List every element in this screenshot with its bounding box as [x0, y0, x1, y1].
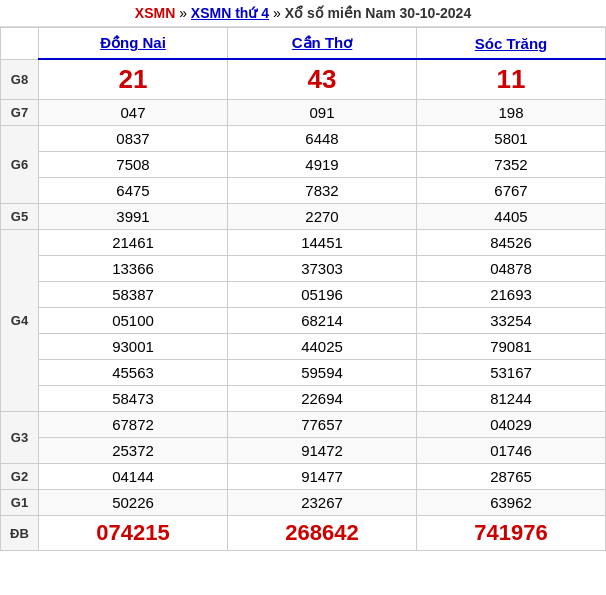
g7-v2: 091 [228, 100, 417, 126]
col-header-soc-trang: Sóc Trăng [417, 28, 606, 60]
g1-v3: 63962 [417, 490, 606, 516]
g5-v3: 4405 [417, 204, 606, 230]
g2-label: G2 [1, 464, 39, 490]
g3-r2-v2: 91472 [228, 438, 417, 464]
g6-row-1: G6 0837 6448 5801 [1, 126, 606, 152]
g3-r1-v3: 04029 [417, 412, 606, 438]
g4-r6-v1: 45563 [39, 360, 228, 386]
g4-r2-v2: 37303 [228, 256, 417, 282]
g6-r3-v2: 7832 [228, 178, 417, 204]
g6-row-2: 7508 4919 7352 [1, 152, 606, 178]
db-v1: 074215 [39, 516, 228, 551]
g4-r4-v2: 68214 [228, 308, 417, 334]
column-headers: Đồng Nai Cần Thơ Sóc Trăng [1, 28, 606, 60]
db-row: ĐB 074215 268642 741976 [1, 516, 606, 551]
g4-row-2: 13366 37303 04878 [1, 256, 606, 282]
g6-r1-v2: 6448 [228, 126, 417, 152]
g4-r5-v2: 44025 [228, 334, 417, 360]
g7-v3: 198 [417, 100, 606, 126]
g3-row-2: 25372 91472 01746 [1, 438, 606, 464]
g6-r1-v1: 0837 [39, 126, 228, 152]
g3-r2-v1: 25372 [39, 438, 228, 464]
main-title: Xổ số miền Nam 30-10-2024 [285, 5, 472, 21]
header-bar: XSMN » XSMN thứ 4 » Xổ số miền Nam 30-10… [0, 0, 606, 27]
g4-label: G4 [1, 230, 39, 412]
g4-r1-v1: 21461 [39, 230, 228, 256]
empty-header [1, 28, 39, 60]
g4-r7-v3: 81244 [417, 386, 606, 412]
g5-label: G5 [1, 204, 39, 230]
g4-row-5: 93001 44025 79081 [1, 334, 606, 360]
g1-label: G1 [1, 490, 39, 516]
g4-r5-v3: 79081 [417, 334, 606, 360]
g4-row-4: 05100 68214 33254 [1, 308, 606, 334]
g4-r3-v3: 21693 [417, 282, 606, 308]
g8-row: G8 21 43 11 [1, 59, 606, 100]
g6-row-3: 6475 7832 6767 [1, 178, 606, 204]
g5-row: G5 3991 2270 4405 [1, 204, 606, 230]
g4-r7-v1: 58473 [39, 386, 228, 412]
g4-row-6: 45563 59594 53167 [1, 360, 606, 386]
lottery-table: Đồng Nai Cần Thơ Sóc Trăng G8 21 43 11 G… [0, 27, 606, 551]
g4-r6-v3: 53167 [417, 360, 606, 386]
g4-r1-v2: 14451 [228, 230, 417, 256]
g4-r4-v1: 05100 [39, 308, 228, 334]
g1-row: G1 50226 23267 63962 [1, 490, 606, 516]
g4-r3-v1: 58387 [39, 282, 228, 308]
g6-r3-v1: 6475 [39, 178, 228, 204]
db-label: ĐB [1, 516, 39, 551]
g4-r6-v2: 59594 [228, 360, 417, 386]
g4-row-3: 58387 05196 21693 [1, 282, 606, 308]
g8-v3: 11 [417, 59, 606, 100]
g4-r4-v3: 33254 [417, 308, 606, 334]
g4-r2-v3: 04878 [417, 256, 606, 282]
g4-r5-v1: 93001 [39, 334, 228, 360]
sep2: » [269, 5, 285, 21]
g6-r2-v3: 7352 [417, 152, 606, 178]
g7-v1: 047 [39, 100, 228, 126]
g5-v1: 3991 [39, 204, 228, 230]
g6-label: G6 [1, 126, 39, 204]
g7-row: G7 047 091 198 [1, 100, 606, 126]
g3-r1-v1: 67872 [39, 412, 228, 438]
sep1: » [175, 5, 191, 21]
g8-v1: 21 [39, 59, 228, 100]
g6-r1-v3: 5801 [417, 126, 606, 152]
g4-r1-v3: 84526 [417, 230, 606, 256]
g4-row-1: G4 21461 14451 84526 [1, 230, 606, 256]
col-header-dong-nai: Đồng Nai [39, 28, 228, 60]
g8-label: G8 [1, 59, 39, 100]
g2-v3: 28765 [417, 464, 606, 490]
thu4-link[interactable]: XSMN thứ 4 [191, 5, 269, 21]
g4-r7-v2: 22694 [228, 386, 417, 412]
brand-link[interactable]: XSMN [135, 5, 175, 21]
g6-r2-v2: 4919 [228, 152, 417, 178]
g3-r1-v2: 77657 [228, 412, 417, 438]
g1-v2: 23267 [228, 490, 417, 516]
g4-r2-v1: 13366 [39, 256, 228, 282]
g4-row-7: 58473 22694 81244 [1, 386, 606, 412]
g2-row: G2 04144 91477 28765 [1, 464, 606, 490]
g6-r2-v1: 7508 [39, 152, 228, 178]
g7-label: G7 [1, 100, 39, 126]
g5-v2: 2270 [228, 204, 417, 230]
g3-r2-v3: 01746 [417, 438, 606, 464]
db-v2: 268642 [228, 516, 417, 551]
g2-v2: 91477 [228, 464, 417, 490]
g3-label: G3 [1, 412, 39, 464]
g4-r3-v2: 05196 [228, 282, 417, 308]
g8-v2: 43 [228, 59, 417, 100]
db-v3: 741976 [417, 516, 606, 551]
g2-v1: 04144 [39, 464, 228, 490]
g1-v1: 50226 [39, 490, 228, 516]
col-header-can-tho: Cần Thơ [228, 28, 417, 60]
g3-row-1: G3 67872 77657 04029 [1, 412, 606, 438]
g6-r3-v3: 6767 [417, 178, 606, 204]
